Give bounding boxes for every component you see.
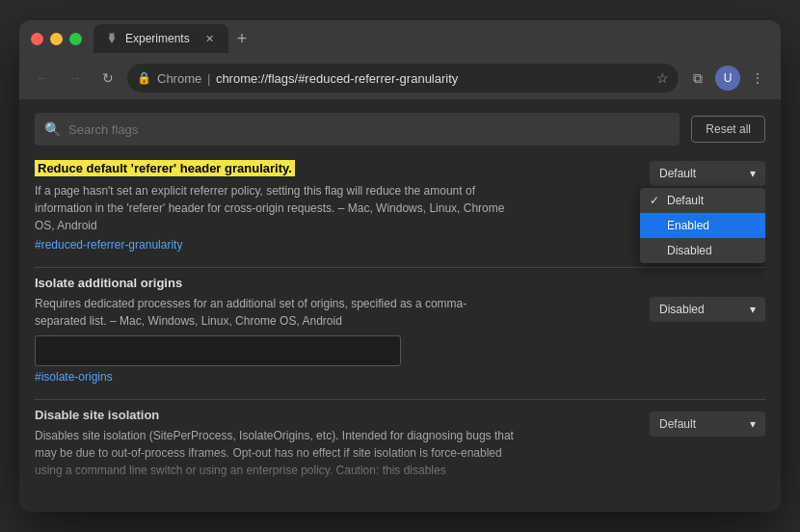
- titlebar: Experiments ✕ +: [19, 20, 781, 57]
- address-url: chrome://flags/#reduced-referrer-granula…: [216, 71, 458, 86]
- toolbar: ← → ↻ 🔒 Chrome | chrome://flags/#reduced…: [19, 57, 781, 99]
- flag-description-3: Disables site isolation (SitePerProcess,…: [35, 427, 517, 479]
- flags-area: Reduce default 'referer' header granular…: [35, 159, 765, 498]
- flag-description-2: Requires dedicated processes for an addi…: [35, 295, 517, 330]
- flag-control-2: Disabled ▾: [650, 278, 765, 322]
- reset-all-button[interactable]: Reset all: [691, 116, 765, 143]
- reload-button[interactable]: ↻: [94, 65, 121, 92]
- flag-link-2[interactable]: #isolate-origins: [35, 370, 634, 384]
- search-flags-input[interactable]: [68, 122, 670, 137]
- avatar-button[interactable]: U: [715, 66, 740, 91]
- flag-reduced-referrer: Reduce default 'referer' header granular…: [35, 159, 765, 252]
- back-button[interactable]: ←: [29, 65, 56, 92]
- extensions-button[interactable]: ⧉: [684, 65, 711, 92]
- minimize-dot[interactable]: [50, 33, 63, 45]
- flag-control-1: Default ▾ Default Enabled Disabled: [650, 161, 765, 186]
- dropdown-option-enabled[interactable]: Enabled: [640, 213, 765, 238]
- flag-description-1: If a page hasn't set an explicit referre…: [35, 182, 517, 234]
- site-name: Chrome: [157, 71, 201, 86]
- search-row: 🔍 Reset all: [35, 113, 765, 146]
- maximize-dot[interactable]: [69, 33, 82, 45]
- flag-content-2: Isolate additional origins Requires dedi…: [35, 276, 634, 384]
- search-flags-bar[interactable]: 🔍: [35, 113, 680, 146]
- flag-disable-site-isolation: Disable site isolation Disables site iso…: [35, 408, 765, 479]
- content-area: 🔍 Reset all Reduce default 'referer' hea…: [19, 99, 781, 512]
- flag-input-field[interactable]: [35, 335, 401, 366]
- toolbar-icons: ⧉ U ⋮: [684, 65, 771, 92]
- flag-title-3: Disable site isolation: [35, 408, 634, 422]
- flag-title-highlighted: Reduce default 'referer' header granular…: [35, 160, 295, 176]
- flag-content-3: Disable site isolation Disables site iso…: [35, 408, 634, 479]
- dropdown-button-1[interactable]: Default ▾: [650, 161, 765, 186]
- experiments-icon: [105, 32, 119, 45]
- menu-button[interactable]: ⋮: [744, 65, 771, 92]
- divider-1: [35, 267, 765, 268]
- chevron-down-icon: ▾: [750, 167, 756, 180]
- browser-window: Experiments ✕ + ← → ↻ 🔒 Chrome | chrome:…: [19, 20, 781, 512]
- flag-title-area: Reduce default 'referer' header granular…: [35, 159, 634, 177]
- flag-content-1: Reduce default 'referer' header granular…: [35, 159, 634, 252]
- tab-close-button[interactable]: ✕: [201, 31, 217, 46]
- dropdown-option-default[interactable]: Default: [640, 188, 765, 213]
- chevron-down-icon-3: ▾: [750, 417, 756, 431]
- close-dot[interactable]: [31, 33, 43, 45]
- dropdown-value-2: Disabled: [659, 303, 705, 316]
- dropdown-button-2[interactable]: Disabled ▾: [650, 297, 765, 322]
- flag-row-2: Isolate additional origins Requires dedi…: [35, 276, 765, 384]
- address-bar[interactable]: 🔒 Chrome | chrome://flags/#reduced-refer…: [127, 64, 679, 93]
- address-separator: |: [207, 71, 214, 86]
- dropdown-value-3: Default: [659, 417, 696, 431]
- flag-control-3: Default ▾: [650, 410, 765, 437]
- dropdown-menu-1: Default Enabled Disabled: [640, 188, 765, 263]
- window-controls: [31, 33, 82, 45]
- flag-row-1: Reduce default 'referer' header granular…: [35, 159, 765, 252]
- flag-title-2: Isolate additional origins: [35, 276, 634, 290]
- tab-bar: Experiments ✕ +: [93, 24, 769, 53]
- star-icon[interactable]: ☆: [656, 70, 669, 86]
- tab-label: Experiments: [125, 32, 195, 45]
- chevron-down-icon-2: ▾: [750, 303, 756, 316]
- new-tab-button[interactable]: +: [228, 25, 255, 52]
- address-site: Chrome | chrome://flags/#reduced-referre…: [157, 71, 651, 86]
- forward-button[interactable]: →: [62, 65, 89, 92]
- dropdown-value-1: Default: [659, 167, 696, 180]
- tab-experiments[interactable]: Experiments ✕: [93, 24, 228, 53]
- flag-row-3: Disable site isolation Disables site iso…: [35, 408, 765, 479]
- flag-link-1[interactable]: #reduced-referrer-granularity: [35, 238, 634, 252]
- flag-isolate-origins: Isolate additional origins Requires dedi…: [35, 276, 765, 384]
- divider-2: [35, 399, 765, 400]
- search-icon: 🔍: [44, 121, 61, 137]
- lock-icon: 🔒: [137, 71, 151, 85]
- dropdown-button-3[interactable]: Default ▾: [650, 412, 765, 437]
- dropdown-option-disabled[interactable]: Disabled: [640, 238, 765, 263]
